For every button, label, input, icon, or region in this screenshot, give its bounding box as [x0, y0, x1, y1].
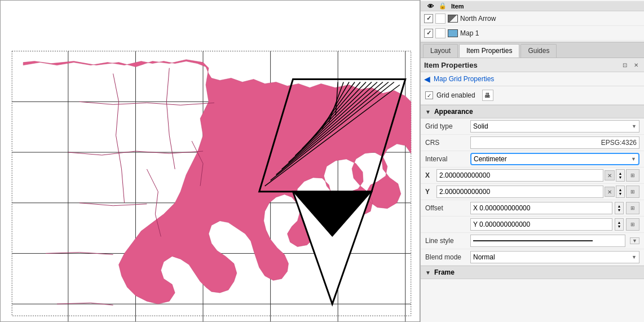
crs-value: EPSG:4326 — [601, 139, 637, 147]
interval-control: Centimeter ▼ — [470, 153, 639, 165]
tabs-bar: Layout Item Properties Guides — [421, 42, 644, 58]
map1-label: Map 1 — [460, 29, 479, 37]
grid-enabled-row: Grid enabled 🖶 — [421, 86, 644, 105]
y-data-button[interactable]: ⊞ — [626, 186, 639, 198]
item-properties-panel: Item Properties ⊡ ✕ ◀ Map Grid Propertie… — [421, 58, 644, 322]
blend-mode-row: Blend mode Normal ▼ — [421, 249, 644, 266]
blend-mode-arrow-icon: ▼ — [632, 254, 637, 260]
offset-y-data-button[interactable]: ⊞ — [626, 218, 639, 231]
interval-value: Centimeter — [474, 155, 507, 163]
lock-column-header: 🔒 — [436, 2, 449, 10]
map1-icon — [448, 29, 458, 37]
item-props-icons: ⊡ ✕ — [620, 60, 641, 69]
line-style-label: Line style — [425, 237, 470, 245]
frame-label: Frame — [434, 268, 455, 276]
y-field-actions: ✕ ▲ ▼ ⊞ — [605, 186, 639, 198]
y-label: Y — [425, 188, 436, 196]
frame-arrow-icon: ▼ — [425, 270, 431, 276]
right-panel: 👁 🔒 Item North Arrow Map 1 Layout Item P… — [420, 0, 644, 322]
appearance-label: Appearance — [434, 108, 473, 116]
close-icon[interactable]: ✕ — [632, 60, 641, 69]
grid-type-control: Solid ▼ — [470, 120, 639, 133]
layers-panel: 👁 🔒 Item North Arrow Map 1 — [421, 0, 644, 42]
blend-mode-control: Normal ▼ — [470, 251, 639, 263]
x-value: 2.000000000000 — [439, 171, 490, 179]
grid-type-arrow-icon: ▼ — [632, 123, 637, 129]
x-clear-button[interactable]: ✕ — [605, 170, 615, 180]
item-props-header: Item Properties ⊡ ✕ — [421, 58, 644, 72]
layer-row-north-arrow[interactable]: North Arrow — [421, 11, 644, 26]
interval-row: Interval Centimeter ▼ — [421, 151, 644, 167]
y-value: 2.000000000000 — [439, 188, 490, 196]
offset-label: Offset — [425, 204, 470, 212]
interval-dropdown[interactable]: Centimeter ▼ — [470, 153, 639, 165]
offset-x-control: X 0.000000000000 ▲ ▼ ⊞ — [470, 202, 639, 214]
blend-mode-dropdown[interactable]: Normal ▼ — [470, 251, 639, 263]
line-style-preview[interactable] — [470, 235, 625, 247]
grid-type-dropdown[interactable]: Solid ▼ — [470, 120, 639, 133]
grid-enabled-label: Grid enabled — [436, 91, 475, 99]
offset-y-spinner[interactable]: ▲ ▼ — [615, 218, 624, 231]
layers-header: 👁 🔒 Item — [421, 1, 644, 11]
north-arrow-icon — [448, 15, 458, 23]
map1-visibility-checkbox[interactable] — [424, 29, 433, 38]
blend-mode-label: Blend mode — [425, 253, 470, 261]
item-column-header: Item — [449, 3, 641, 10]
line-style-control: ▼ — [470, 235, 639, 247]
layer-row-map1[interactable]: Map 1 — [421, 26, 644, 41]
line-style-row: Line style ▼ — [421, 233, 644, 249]
restore-icon[interactable]: ⊡ — [620, 60, 629, 69]
map1-lock[interactable] — [435, 28, 445, 38]
y-value-row: Y 2.000000000000 ✕ ▲ ▼ ⊞ — [421, 184, 644, 200]
offset-x-value: X 0.000000000000 — [473, 204, 530, 212]
x-data-button[interactable]: ⊞ — [626, 169, 639, 182]
appearance-section-header[interactable]: ▼ Appearance — [421, 105, 644, 118]
grid-type-row: Grid type Solid ▼ — [421, 118, 644, 135]
back-arrow-icon[interactable]: ◀ — [424, 74, 430, 83]
blend-mode-value: Normal — [473, 253, 495, 261]
x-field-actions: ✕ ▲ ▼ ⊞ — [605, 169, 639, 182]
crs-label: CRS — [425, 139, 470, 147]
x-label: X — [425, 171, 436, 179]
back-label[interactable]: Map Grid Properties — [434, 75, 494, 83]
offset-y-control: Y 0.000000000000 ▲ ▼ ⊞ — [470, 218, 639, 231]
appearance-arrow-icon: ▼ — [425, 109, 431, 115]
offset-x-data-button[interactable]: ⊞ — [626, 202, 639, 214]
tab-layout[interactable]: Layout — [423, 44, 458, 58]
x-value-row: X 2.000000000000 ✕ ▲ ▼ ⊞ — [421, 167, 644, 184]
north-arrow-label: North Arrow — [460, 15, 496, 23]
line-style-arrow-icon[interactable]: ▼ — [630, 237, 639, 244]
interval-label: Interval — [425, 155, 470, 163]
tab-item-properties[interactable]: Item Properties — [459, 44, 519, 58]
x-spinner[interactable]: ▲ ▼ — [616, 169, 625, 182]
printer-icon[interactable]: 🖶 — [482, 90, 493, 101]
grid-enabled-checkbox[interactable] — [425, 91, 433, 99]
y-clear-button[interactable]: ✕ — [605, 187, 615, 197]
offset-y-row: Y 0.000000000000 ▲ ▼ ⊞ — [421, 217, 644, 233]
y-value-field[interactable]: 2.000000000000 — [436, 186, 603, 198]
grid-type-label: Grid type — [425, 122, 470, 130]
north-arrow-lock[interactable] — [435, 14, 445, 24]
offset-y-field[interactable]: Y 0.000000000000 — [470, 218, 612, 231]
crs-row: CRS EPSG:4326 — [421, 135, 644, 151]
x-value-field[interactable]: 2.000000000000 — [436, 169, 603, 182]
north-arrow-visibility-checkbox[interactable] — [424, 14, 433, 23]
eye-column-header: 👁 — [424, 3, 436, 10]
item-props-title: Item Properties — [424, 61, 478, 69]
offset-x-row: Offset X 0.000000000000 ▲ ▼ ⊞ — [421, 200, 644, 217]
crs-control: EPSG:4326 — [470, 136, 639, 149]
map-canvas-area — [0, 0, 420, 322]
grid-type-value: Solid — [473, 122, 488, 130]
offset-x-spinner[interactable]: ▲ ▼ — [615, 202, 624, 214]
y-spinner[interactable]: ▲ ▼ — [616, 186, 625, 198]
back-row: ◀ Map Grid Properties — [421, 72, 644, 86]
interval-arrow-icon: ▼ — [631, 156, 636, 162]
frame-section-header[interactable]: ▼ Frame — [421, 266, 644, 279]
line-solid-indicator — [473, 240, 593, 241]
tab-guides[interactable]: Guides — [521, 44, 557, 58]
offset-y-value: Y 0.000000000000 — [473, 220, 530, 228]
offset-x-field[interactable]: X 0.000000000000 — [470, 202, 612, 214]
crs-field[interactable]: EPSG:4326 — [470, 136, 639, 149]
